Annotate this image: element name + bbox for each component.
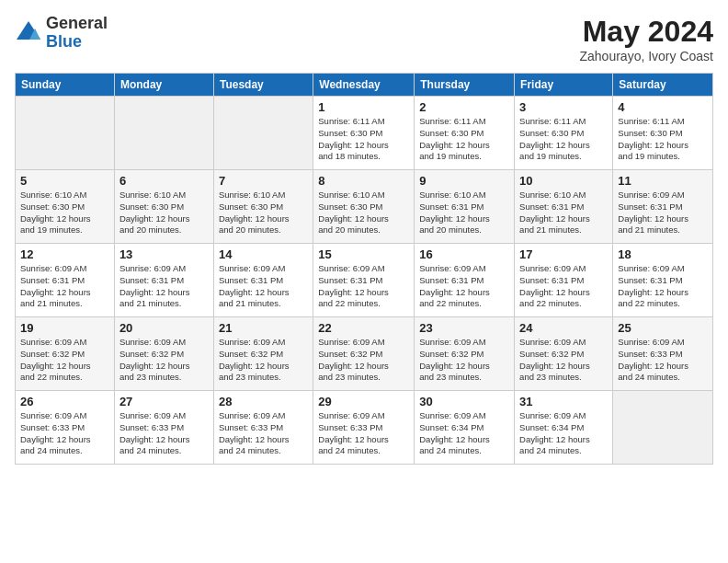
day-info: Sunrise: 6:09 AM Sunset: 6:32 PM Dayligh… [20,337,109,384]
logo: General Blue [15,15,108,52]
day-info: Sunrise: 6:10 AM Sunset: 6:30 PM Dayligh… [20,190,109,236]
day-number: 27 [119,395,209,408]
weekday-header: Saturday [613,74,713,97]
calendar-cell: 27Sunrise: 6:09 AM Sunset: 6:33 PM Dayli… [114,391,213,465]
calendar-cell: 29Sunrise: 6:09 AM Sunset: 6:33 PM Dayli… [313,391,415,465]
weekday-header: Friday [515,74,613,97]
calendar-cell: 18Sunrise: 6:09 AM Sunset: 6:31 PM Dayli… [613,244,713,317]
day-info: Sunrise: 6:09 AM Sunset: 6:33 PM Dayligh… [219,410,308,457]
calendar-week-row: 12Sunrise: 6:09 AM Sunset: 6:31 PM Dayli… [16,244,713,317]
day-info: Sunrise: 6:09 AM Sunset: 6:31 PM Dayligh… [519,263,608,310]
weekday-header: Sunday [16,74,115,97]
day-info: Sunrise: 6:09 AM Sunset: 6:34 PM Dayligh… [519,410,608,457]
day-info: Sunrise: 6:09 AM Sunset: 6:32 PM Dayligh… [519,337,608,384]
day-number: 18 [618,247,708,261]
calendar-cell: 16Sunrise: 6:09 AM Sunset: 6:31 PM Dayli… [415,244,515,317]
calendar-cell: 31Sunrise: 6:09 AM Sunset: 6:34 PM Dayli… [515,391,613,465]
calendar-week-row: 19Sunrise: 6:09 AM Sunset: 6:32 PM Dayli… [16,317,713,391]
day-number: 31 [519,395,608,408]
day-number: 22 [318,321,409,335]
day-info: Sunrise: 6:09 AM Sunset: 6:31 PM Dayligh… [318,263,409,310]
day-number: 13 [119,247,209,261]
day-info: Sunrise: 6:09 AM Sunset: 6:34 PM Dayligh… [419,410,509,457]
day-info: Sunrise: 6:09 AM Sunset: 6:31 PM Dayligh… [618,263,708,310]
calendar-cell: 19Sunrise: 6:09 AM Sunset: 6:32 PM Dayli… [16,317,115,391]
day-number: 5 [20,174,109,188]
calendar-table: SundayMondayTuesdayWednesdayThursdayFrid… [15,73,713,465]
day-number: 1 [318,100,409,114]
day-number: 16 [419,247,509,261]
calendar-cell: 13Sunrise: 6:09 AM Sunset: 6:31 PM Dayli… [114,244,213,317]
day-info: Sunrise: 6:09 AM Sunset: 6:32 PM Dayligh… [318,337,409,384]
day-number: 3 [519,100,608,114]
day-number: 21 [219,321,308,335]
day-info: Sunrise: 6:09 AM Sunset: 6:32 PM Dayligh… [119,337,209,384]
day-info: Sunrise: 6:10 AM Sunset: 6:30 PM Dayligh… [219,190,308,236]
day-info: Sunrise: 6:09 AM Sunset: 6:32 PM Dayligh… [219,337,308,384]
day-info: Sunrise: 6:09 AM Sunset: 6:31 PM Dayligh… [419,263,509,310]
calendar-cell [613,391,713,465]
day-number: 24 [519,321,608,335]
weekday-header-row: SundayMondayTuesdayWednesdayThursdayFrid… [16,74,713,97]
calendar-cell: 17Sunrise: 6:09 AM Sunset: 6:31 PM Dayli… [515,244,613,317]
logo-blue: Blue [46,33,108,52]
day-info: Sunrise: 6:09 AM Sunset: 6:31 PM Dayligh… [119,263,209,310]
logo-text: General Blue [46,15,108,52]
day-info: Sunrise: 6:10 AM Sunset: 6:30 PM Dayligh… [119,190,209,236]
day-number: 29 [318,395,409,408]
day-info: Sunrise: 6:10 AM Sunset: 6:31 PM Dayligh… [419,190,509,236]
calendar-cell [16,97,115,170]
calendar-cell: 6Sunrise: 6:10 AM Sunset: 6:30 PM Daylig… [114,170,213,244]
day-info: Sunrise: 6:09 AM Sunset: 6:33 PM Dayligh… [119,410,209,457]
calendar-cell: 9Sunrise: 6:10 AM Sunset: 6:31 PM Daylig… [415,170,515,244]
calendar-cell: 2Sunrise: 6:11 AM Sunset: 6:30 PM Daylig… [415,97,515,170]
weekday-header: Wednesday [313,74,415,97]
calendar-cell: 4Sunrise: 6:11 AM Sunset: 6:30 PM Daylig… [613,97,713,170]
day-number: 9 [419,174,509,188]
calendar-cell: 28Sunrise: 6:09 AM Sunset: 6:33 PM Dayli… [213,391,313,465]
day-number: 17 [519,247,608,261]
day-number: 8 [318,174,409,188]
day-number: 2 [419,100,509,114]
calendar-cell: 21Sunrise: 6:09 AM Sunset: 6:32 PM Dayli… [213,317,313,391]
calendar-cell: 5Sunrise: 6:10 AM Sunset: 6:30 PM Daylig… [16,170,115,244]
calendar-cell: 22Sunrise: 6:09 AM Sunset: 6:32 PM Dayli… [313,317,415,391]
day-info: Sunrise: 6:09 AM Sunset: 6:31 PM Dayligh… [219,263,308,310]
day-number: 4 [618,100,708,114]
calendar-cell: 26Sunrise: 6:09 AM Sunset: 6:33 PM Dayli… [16,391,115,465]
day-info: Sunrise: 6:09 AM Sunset: 6:32 PM Dayligh… [419,337,509,384]
calendar-cell: 30Sunrise: 6:09 AM Sunset: 6:34 PM Dayli… [415,391,515,465]
day-number: 10 [519,174,608,188]
calendar-cell: 7Sunrise: 6:10 AM Sunset: 6:30 PM Daylig… [213,170,313,244]
calendar-cell: 10Sunrise: 6:10 AM Sunset: 6:31 PM Dayli… [515,170,613,244]
logo-general: General [46,15,108,33]
calendar-cell: 11Sunrise: 6:09 AM Sunset: 6:31 PM Dayli… [613,170,713,244]
day-info: Sunrise: 6:09 AM Sunset: 6:31 PM Dayligh… [618,190,708,236]
calendar-week-row: 26Sunrise: 6:09 AM Sunset: 6:33 PM Dayli… [16,391,713,465]
day-info: Sunrise: 6:11 AM Sunset: 6:30 PM Dayligh… [419,116,509,163]
day-number: 15 [318,247,409,261]
day-info: Sunrise: 6:11 AM Sunset: 6:30 PM Dayligh… [318,116,409,163]
day-info: Sunrise: 6:11 AM Sunset: 6:30 PM Dayligh… [519,116,608,163]
calendar-cell: 1Sunrise: 6:11 AM Sunset: 6:30 PM Daylig… [313,97,415,170]
day-info: Sunrise: 6:09 AM Sunset: 6:33 PM Dayligh… [318,410,409,457]
day-number: 26 [20,395,109,408]
calendar-cell: 15Sunrise: 6:09 AM Sunset: 6:31 PM Dayli… [313,244,415,317]
day-number: 20 [119,321,209,335]
day-number: 23 [419,321,509,335]
day-info: Sunrise: 6:10 AM Sunset: 6:30 PM Dayligh… [318,190,409,236]
calendar-cell [114,97,213,170]
calendar-cell: 25Sunrise: 6:09 AM Sunset: 6:33 PM Dayli… [613,317,713,391]
calendar-week-row: 1Sunrise: 6:11 AM Sunset: 6:30 PM Daylig… [16,97,713,170]
calendar-cell: 8Sunrise: 6:10 AM Sunset: 6:30 PM Daylig… [313,170,415,244]
calendar-cell: 14Sunrise: 6:09 AM Sunset: 6:31 PM Dayli… [213,244,313,317]
day-number: 11 [618,174,708,188]
calendar-week-row: 5Sunrise: 6:10 AM Sunset: 6:30 PM Daylig… [16,170,713,244]
calendar-cell: 23Sunrise: 6:09 AM Sunset: 6:32 PM Dayli… [415,317,515,391]
day-number: 14 [219,247,308,261]
day-number: 19 [20,321,109,335]
day-info: Sunrise: 6:09 AM Sunset: 6:31 PM Dayligh… [20,263,109,310]
title-area: May 2024 Zahourayo, Ivory Coast [579,15,713,63]
day-info: Sunrise: 6:10 AM Sunset: 6:31 PM Dayligh… [519,190,608,236]
day-number: 28 [219,395,308,408]
